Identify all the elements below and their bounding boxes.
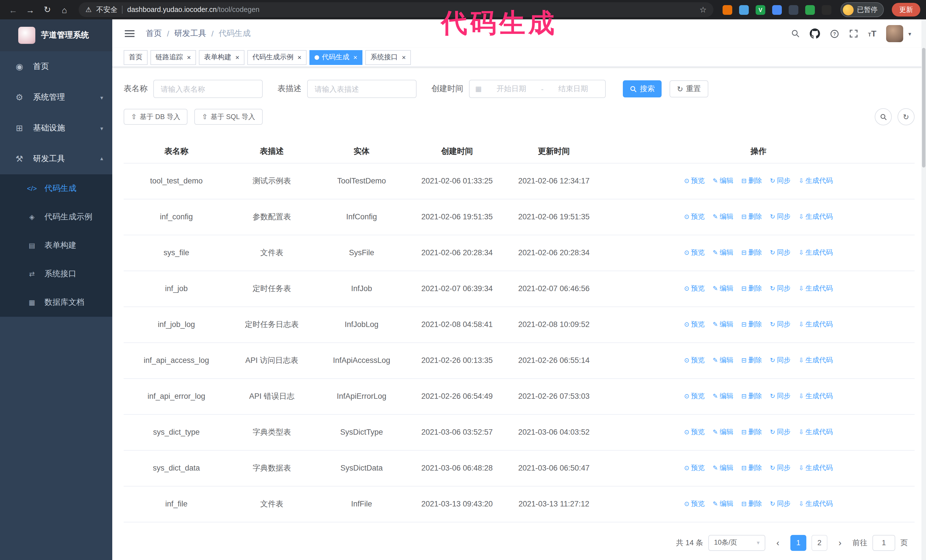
preview-link[interactable]: ⊙预览: [684, 499, 705, 509]
font-size-icon[interactable]: TT: [868, 29, 876, 39]
next-page-button[interactable]: ›: [832, 535, 847, 551]
tab-close-icon[interactable]: ×: [402, 53, 406, 61]
sidebar-submenu-item[interactable]: ▤ 表单构建: [0, 231, 112, 260]
generate-code-link[interactable]: ⇩生成代码: [799, 284, 833, 293]
sync-link[interactable]: ↻同步: [770, 355, 790, 365]
goto-page-input[interactable]: [872, 535, 895, 551]
edit-link[interactable]: ✎编辑: [713, 427, 733, 437]
generate-code-link[interactable]: ⇩生成代码: [799, 427, 833, 437]
extension-people-icon[interactable]: [772, 5, 782, 15]
generate-code-link[interactable]: ⇩生成代码: [799, 499, 833, 509]
view-tab[interactable]: 系统接口 ×: [365, 50, 411, 65]
prev-page-button[interactable]: ‹: [770, 535, 785, 551]
sidebar-submenu-item[interactable]: ⇄ 系统接口: [0, 260, 112, 288]
page-number-button[interactable]: 2: [811, 535, 828, 551]
delete-link[interactable]: ⊟删除: [741, 355, 762, 365]
breadcrumb-devtools[interactable]: 研发工具: [174, 29, 206, 39]
sync-link[interactable]: ↻同步: [770, 391, 790, 401]
address-bar[interactable]: ⚠ 不安全 dashboard.yudao.iocoder.cn/tool/co…: [79, 2, 713, 17]
delete-link[interactable]: ⊟删除: [741, 463, 762, 473]
toggle-search-button[interactable]: [875, 108, 892, 125]
caret-down-icon[interactable]: ▾: [908, 30, 911, 37]
generate-code-link[interactable]: ⇩生成代码: [799, 391, 833, 401]
start-date-placeholder[interactable]: 开始日期: [485, 84, 538, 94]
sync-link[interactable]: ↻同步: [770, 176, 790, 186]
edit-link[interactable]: ✎编辑: [713, 176, 733, 186]
extension-blue-drop-icon[interactable]: [739, 5, 749, 15]
sidebar-submenu-item[interactable]: </> 代码生成: [0, 174, 112, 203]
sidebar-menu-item[interactable]: ⊞ 基础设施 ▾: [0, 113, 112, 143]
sync-link[interactable]: ↻同步: [770, 427, 790, 437]
browser-update-button[interactable]: 更新: [892, 3, 920, 17]
generate-code-link[interactable]: ⇩生成代码: [799, 248, 833, 258]
generate-code-link[interactable]: ⇩生成代码: [799, 463, 833, 473]
preview-link[interactable]: ⊙预览: [684, 391, 705, 401]
sidebar-menu-item[interactable]: ⚙ 系统管理 ▾: [0, 82, 112, 113]
edit-link[interactable]: ✎编辑: [713, 499, 733, 509]
tab-close-icon[interactable]: ×: [353, 53, 357, 61]
delete-link[interactable]: ⊟删除: [741, 499, 762, 509]
table-name-input[interactable]: [153, 80, 263, 98]
bookmark-star-icon[interactable]: ☆: [699, 5, 707, 14]
delete-link[interactable]: ⊟删除: [741, 176, 762, 186]
hamburger-icon[interactable]: [121, 28, 138, 39]
edit-link[interactable]: ✎编辑: [713, 355, 733, 365]
view-tab[interactable]: 链路追踪 ×: [150, 50, 196, 65]
generate-code-link[interactable]: ⇩生成代码: [799, 212, 833, 222]
search-button[interactable]: 搜索: [623, 80, 661, 97]
edit-link[interactable]: ✎编辑: [713, 284, 733, 293]
preview-link[interactable]: ⊙预览: [684, 427, 705, 437]
preview-link[interactable]: ⊙预览: [684, 212, 705, 222]
edit-link[interactable]: ✎编辑: [713, 463, 733, 473]
generate-code-link[interactable]: ⇩生成代码: [799, 176, 833, 186]
create-time-range-picker[interactable]: ▦ 开始日期 - 结束日期: [469, 80, 606, 98]
user-avatar[interactable]: [886, 25, 903, 42]
sync-link[interactable]: ↻同步: [770, 284, 790, 293]
page-size-select[interactable]: 10条/页 ▾: [708, 535, 765, 551]
preview-link[interactable]: ⊙预览: [684, 176, 705, 186]
extension-leaf-icon[interactable]: [805, 5, 815, 15]
help-icon[interactable]: ?: [830, 29, 840, 38]
tab-close-icon[interactable]: ×: [235, 53, 239, 61]
generate-code-link[interactable]: ⇩生成代码: [799, 320, 833, 329]
reset-button[interactable]: ↻ 重置: [670, 80, 708, 97]
delete-link[interactable]: ⊟删除: [741, 248, 762, 258]
tab-close-icon[interactable]: ×: [187, 53, 191, 61]
sync-link[interactable]: ↻同步: [770, 320, 790, 329]
sync-link[interactable]: ↻同步: [770, 248, 790, 258]
fullscreen-icon[interactable]: [849, 29, 858, 38]
sidebar-logo[interactable]: 芋道管理系统: [0, 20, 112, 51]
edit-link[interactable]: ✎编辑: [713, 391, 733, 401]
preview-link[interactable]: ⊙预览: [684, 248, 705, 258]
forward-icon[interactable]: →: [23, 5, 38, 15]
import-db-button[interactable]: ⇧ 基于 DB 导入: [124, 109, 188, 125]
sidebar-menu-item[interactable]: ⚒ 研发工具 ▾: [0, 143, 112, 174]
sync-link[interactable]: ↻同步: [770, 499, 790, 509]
home-icon[interactable]: ⌂: [57, 5, 72, 15]
reload-icon[interactable]: ↻: [40, 5, 55, 15]
sync-link[interactable]: ↻同步: [770, 463, 790, 473]
view-tab[interactable]: 代码生成示例 ×: [247, 50, 307, 65]
import-sql-button[interactable]: ⇧ 基于 SQL 导入: [195, 109, 263, 125]
github-icon[interactable]: [810, 29, 820, 39]
view-tab[interactable]: 表单构建 ×: [199, 50, 244, 65]
sync-link[interactable]: ↻同步: [770, 212, 790, 222]
sidebar-menu-item[interactable]: ◉ 首页 ▾: [0, 51, 112, 82]
view-tab[interactable]: 首页 ×: [124, 50, 148, 65]
generate-code-link[interactable]: ⇩生成代码: [799, 355, 833, 365]
delete-link[interactable]: ⊟删除: [741, 320, 762, 329]
refresh-table-button[interactable]: ↻: [897, 108, 915, 125]
preview-link[interactable]: ⊙预览: [684, 320, 705, 329]
profile-paused-chip[interactable]: 已暂停: [841, 2, 884, 17]
edit-link[interactable]: ✎编辑: [713, 212, 733, 222]
extension-orange-icon[interactable]: [723, 5, 732, 15]
delete-link[interactable]: ⊟删除: [741, 212, 762, 222]
preview-link[interactable]: ⊙预览: [684, 355, 705, 365]
end-date-placeholder[interactable]: 结束日期: [547, 84, 599, 94]
view-tab[interactable]: 代码生成 ×: [309, 50, 362, 65]
scrollbar-thumb[interactable]: [922, 48, 925, 168]
search-icon[interactable]: [791, 29, 800, 38]
page-number-button[interactable]: 1: [790, 535, 806, 551]
delete-link[interactable]: ⊟删除: [741, 427, 762, 437]
sidebar-submenu-item[interactable]: ◈ 代码生成示例: [0, 203, 112, 231]
